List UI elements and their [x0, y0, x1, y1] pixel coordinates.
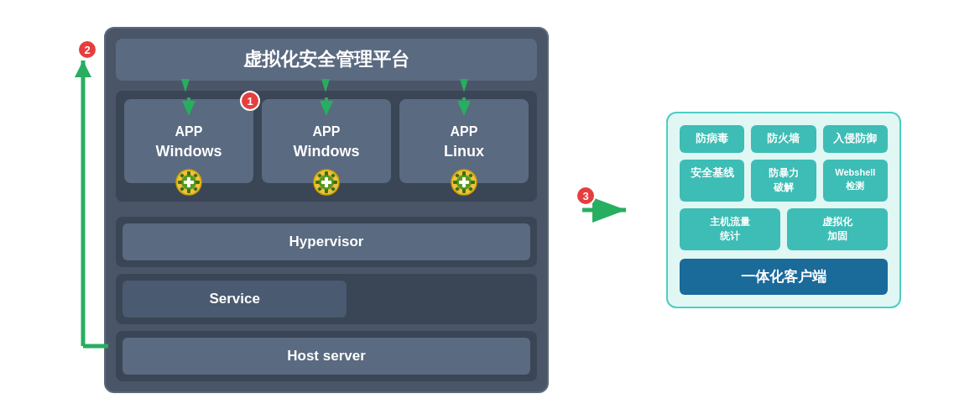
vm-card-3: APP Linux — [399, 99, 529, 183]
service-layer: Service — [116, 274, 537, 324]
svg-rect-38 — [462, 97, 466, 102]
svg-rect-14 — [187, 189, 190, 193]
vms-row: 1 APP Windows — [124, 99, 529, 183]
vm3-down-arrow — [456, 97, 472, 116]
vm2-down-arrow — [318, 97, 335, 116]
feature-webshell: Webshell检测 — [823, 160, 888, 202]
vm1-os: Windows — [156, 143, 222, 160]
feature-traffic: 主机流量统计 — [680, 208, 780, 250]
feature-antivirus: 防病毒 — [680, 125, 744, 153]
svg-marker-23 — [320, 101, 333, 116]
svg-rect-4 — [184, 79, 187, 81]
svg-marker-37 — [457, 101, 471, 116]
svg-rect-30 — [333, 181, 337, 184]
vm2-app: APP — [313, 124, 341, 139]
security-bot-row: 主机流量统计 虚拟化加固 — [680, 208, 888, 250]
security-top-row: 防病毒 防火墙 入侵防御 — [680, 125, 888, 153]
vm3-app: APP — [451, 124, 478, 139]
platform-title: 虚拟化安全管理平台 — [116, 39, 537, 81]
feature-baseline: 安全基线 — [680, 160, 744, 202]
main-diagram: 2 虚拟化安全管理平台 — [79, 27, 901, 393]
vm2-install-icon — [312, 168, 341, 197]
svg-marker-5 — [321, 79, 330, 92]
svg-rect-22 — [184, 181, 194, 184]
svg-rect-28 — [325, 189, 328, 193]
right-arrow-wrapper: 3 — [582, 197, 633, 223]
svg-marker-7 — [460, 79, 468, 92]
svg-rect-36 — [321, 181, 331, 184]
svg-rect-43 — [453, 181, 457, 184]
feature-firewall: 防火墙 — [751, 125, 816, 153]
feature-brute: 防暴力破解 — [751, 160, 816, 202]
hypervisor-layer: Hypervisor — [116, 217, 537, 267]
svg-rect-13 — [187, 171, 190, 176]
svg-rect-10 — [187, 97, 190, 102]
vm-card-1: 1 APP Windows — [124, 99, 253, 183]
host-layer: Host server — [116, 331, 537, 381]
svg-marker-9 — [182, 101, 195, 116]
client-title: 一体化客户端 — [680, 259, 888, 295]
badge-3: 3 — [576, 186, 596, 206]
hypervisor-label: Hypervisor — [122, 223, 530, 260]
badge-2: 2 — [77, 39, 97, 60]
service-label: Service — [122, 281, 347, 318]
svg-rect-44 — [471, 181, 475, 184]
vm1-app: APP — [175, 124, 203, 139]
svg-marker-2 — [75, 60, 91, 77]
vm1-down-arrow — [180, 97, 197, 116]
svg-rect-41 — [462, 171, 466, 176]
svg-rect-16 — [195, 181, 200, 184]
vm-card-2: APP Windows — [262, 99, 391, 183]
top-arrows — [116, 79, 544, 92]
feature-intrusion: 入侵防御 — [823, 125, 888, 153]
svg-rect-8 — [462, 79, 466, 81]
svg-rect-29 — [315, 181, 320, 184]
svg-rect-6 — [324, 79, 327, 81]
svg-rect-24 — [325, 97, 328, 102]
svg-rect-27 — [325, 171, 328, 176]
platform-box: 虚拟化安全管理平台 — [104, 27, 549, 393]
host-label: Host server — [122, 338, 530, 375]
security-box: 防病毒 防火墙 入侵防御 安全基线 防暴力破解 Webshell检测 主机流量统… — [666, 112, 901, 307]
svg-rect-42 — [462, 189, 466, 193]
badge-1: 1 — [240, 91, 260, 111]
svg-rect-15 — [178, 181, 182, 184]
feature-hardening: 虚拟化加固 — [787, 208, 888, 250]
security-mid-row: 安全基线 防暴力破解 Webshell检测 — [680, 160, 888, 202]
vm3-install-icon — [450, 168, 478, 197]
svg-rect-50 — [459, 181, 469, 184]
vm2-os: Windows — [294, 143, 360, 160]
loop-arrow — [70, 35, 112, 363]
vm1-install-icon — [175, 168, 203, 197]
svg-marker-3 — [181, 79, 190, 92]
vm3-os: Linux — [444, 143, 484, 160]
